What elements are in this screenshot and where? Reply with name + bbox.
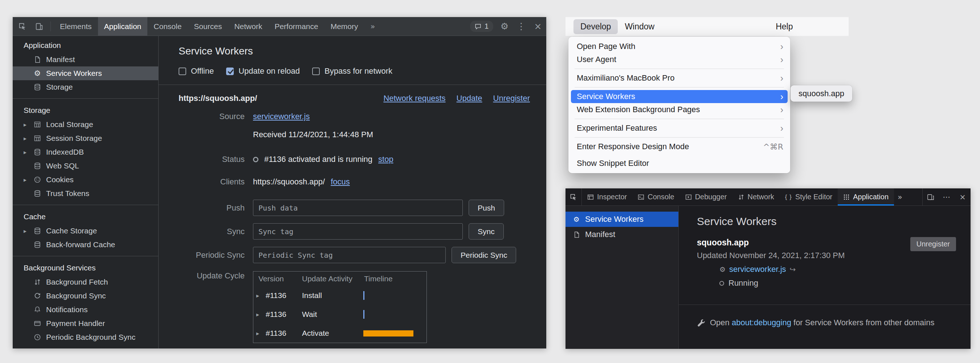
sidebar-item-label: Service Workers: [585, 215, 644, 224]
bypass-for-network-checkbox[interactable]: Bypass for network: [312, 67, 392, 76]
meatball-menu-icon[interactable]: ⋯: [939, 188, 955, 205]
menu-item-macbook-pro[interactable]: Maximiliano's MacBook Pro›: [571, 72, 788, 84]
sidebar-item-session-storage[interactable]: ▸ Session Storage: [13, 131, 158, 145]
push-button[interactable]: Push: [469, 200, 504, 216]
sidebar-item-cache-storage[interactable]: ▸ Cache Storage: [13, 224, 158, 238]
sidebar-item-local-storage[interactable]: ▸ Local Storage: [13, 118, 158, 131]
network-icon: [738, 194, 745, 201]
sidebar-item-web-sql[interactable]: Web SQL: [13, 159, 158, 173]
expand-icon[interactable]: ▸: [256, 330, 266, 337]
activity-cell: Install: [297, 291, 361, 300]
device-toolbar-icon[interactable]: [31, 17, 48, 35]
menubar-item-help[interactable]: Help: [769, 19, 800, 34]
menu-item-enter-responsive-design-mode[interactable]: Enter Responsive Design Mode^⌘R: [571, 140, 788, 153]
tab-elements[interactable]: Elements: [54, 17, 98, 35]
tab-sources[interactable]: Sources: [188, 17, 228, 35]
tab-network[interactable]: Network: [228, 17, 268, 35]
sidebar-item-service-workers[interactable]: ⚙ Service Workers: [13, 67, 158, 80]
sidebar-item-indexeddb[interactable]: ▸ IndexedDB: [13, 145, 158, 159]
responsive-design-mode-icon[interactable]: [923, 188, 939, 205]
periodic-sync-button[interactable]: Periodic Sync: [452, 247, 516, 263]
sidebar-item-cookies[interactable]: ▸ Cookies: [13, 173, 158, 186]
source-file-link[interactable]: serviceworker.js: [253, 112, 310, 121]
close-icon[interactable]: ×: [955, 188, 970, 205]
submenu-item-squoosh[interactable]: squoosh.app: [799, 89, 844, 99]
more-tabs-icon[interactable]: »: [894, 188, 906, 205]
settings-gear-icon[interactable]: ⚙: [496, 17, 513, 35]
sidebar-item-label: Background Fetch: [46, 278, 108, 287]
braces-icon: { }: [785, 193, 792, 201]
about-debugging-link[interactable]: about:debugging: [732, 318, 791, 327]
tab-console[interactable]: Console: [632, 188, 679, 205]
tab-network[interactable]: Network: [732, 188, 780, 205]
sync-tag-input[interactable]: [253, 223, 463, 240]
sidebar-item-periodic-background-sync[interactable]: Periodic Background Sync: [13, 330, 158, 344]
expand-icon[interactable]: ▸: [24, 135, 33, 142]
more-tabs-icon[interactable]: »: [364, 17, 381, 35]
unregister-link[interactable]: Unregister: [493, 94, 530, 103]
sidebar-item-trust-tokens[interactable]: Trust Tokens: [13, 186, 158, 201]
table-row[interactable]: ▸#1136 Wait: [253, 305, 426, 324]
pick-element-icon[interactable]: [565, 188, 581, 205]
menu-item-show-snippet-editor[interactable]: Show Snippet Editor: [571, 157, 788, 170]
periodic-sync-tag-input[interactable]: [253, 247, 446, 263]
update-link[interactable]: Update: [457, 94, 482, 103]
menu-item-web-extension-background-pages[interactable]: Web Extension Background Pages›: [571, 103, 788, 116]
sidebar-item-storage[interactable]: Storage: [13, 80, 158, 94]
expand-icon[interactable]: ▸: [24, 121, 33, 128]
tab-style-editor[interactable]: { } Style Editor: [780, 188, 838, 205]
push-data-input[interactable]: [253, 200, 463, 216]
kebab-menu-icon[interactable]: ⋮: [513, 17, 530, 35]
sync-icon: [33, 291, 42, 300]
sidebar-item-notifications[interactable]: Notifications: [13, 303, 158, 317]
sidebar-item-manifest[interactable]: Manifest: [565, 227, 678, 242]
sidebar-item-background-fetch[interactable]: Background Fetch: [13, 275, 158, 289]
menubar-item-window[interactable]: Window: [618, 19, 661, 34]
menu-item-service-workers[interactable]: Service Workers›: [571, 90, 788, 103]
menu-item-open-page-with[interactable]: Open Page With›: [571, 40, 788, 53]
worker-file-link[interactable]: serviceworker.js: [729, 264, 786, 274]
expand-icon[interactable]: ▸: [256, 311, 266, 318]
status-text: Running: [729, 279, 758, 288]
tab-memory[interactable]: Memory: [325, 17, 364, 35]
tab-inspector[interactable]: Inspector: [582, 188, 632, 205]
table-icon: [33, 120, 42, 129]
expand-icon[interactable]: ▸: [24, 149, 33, 156]
unregister-button[interactable]: Unregister: [910, 237, 956, 251]
sidebar-item-background-sync[interactable]: Background Sync: [13, 289, 158, 303]
checkbox-checked[interactable]: [226, 67, 234, 75]
focus-link[interactable]: focus: [331, 177, 350, 186]
submenu-chevron-icon: ›: [780, 41, 783, 52]
sidebar-item-manifest[interactable]: Manifest: [13, 53, 158, 67]
tab-performance[interactable]: Performance: [268, 17, 324, 35]
network-requests-link[interactable]: Network requests: [383, 94, 445, 103]
tab-debugger[interactable]: Debugger: [680, 188, 732, 205]
stop-link[interactable]: stop: [378, 154, 393, 164]
expand-icon[interactable]: ▸: [256, 292, 266, 299]
update-on-reload-checkbox[interactable]: Update on reload: [226, 67, 300, 76]
menu-item-user-agent[interactable]: User Agent›: [571, 53, 788, 66]
expand-icon[interactable]: ▸: [24, 228, 33, 234]
table-row[interactable]: ▸#1136 Install: [253, 286, 426, 305]
sidebar-item-back-forward-cache[interactable]: Back-forward Cache: [13, 238, 158, 252]
offline-checkbox[interactable]: Offline: [178, 67, 214, 76]
menubar-item-develop[interactable]: Develop: [573, 19, 618, 34]
running-status-icon: [719, 281, 724, 286]
sync-button[interactable]: Sync: [469, 223, 504, 240]
sidebar-item-service-workers[interactable]: ⚙ Service Workers: [565, 212, 678, 227]
jump-to-source-icon[interactable]: ↪: [790, 265, 796, 274]
console-icon: [638, 194, 644, 201]
issues-counter[interactable]: 1: [470, 21, 493, 32]
checkbox[interactable]: [178, 67, 186, 75]
sidebar-item-payment-handler[interactable]: Payment Handler: [13, 317, 158, 330]
tab-console[interactable]: Console: [147, 17, 188, 35]
menu-item-experimental-features[interactable]: Experimental Features›: [571, 122, 788, 135]
expand-icon[interactable]: ▸: [24, 177, 33, 183]
checkbox[interactable]: [312, 67, 320, 75]
push-label: Push: [178, 203, 245, 213]
inspect-element-icon[interactable]: [14, 17, 31, 35]
tab-application[interactable]: Application: [98, 17, 148, 35]
close-icon[interactable]: ×: [530, 17, 546, 35]
table-row[interactable]: ▸#1136 Activate: [253, 324, 426, 343]
tab-application[interactable]: Application: [838, 188, 894, 205]
